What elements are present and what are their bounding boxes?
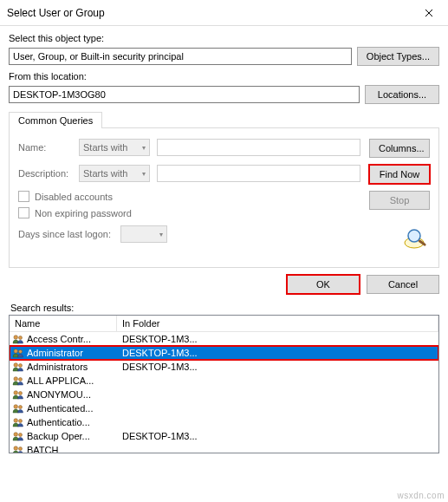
svg-point-12 <box>19 392 23 395</box>
svg-point-7 <box>14 363 18 368</box>
checkbox-icon <box>18 191 29 202</box>
group-icon <box>11 361 25 373</box>
svg-point-17 <box>14 433 18 437</box>
object-type-field[interactable] <box>9 48 352 65</box>
results-row[interactable]: ALL APPLICA... <box>10 374 438 388</box>
days-since-logon-label: Days since last logon: <box>18 229 114 239</box>
chevron-down-icon: ▾ <box>142 144 146 152</box>
cancel-button[interactable]: Cancel <box>367 275 439 294</box>
object-types-button[interactable]: Object Types... <box>357 47 439 66</box>
group-icon <box>11 444 25 453</box>
results-row[interactable]: Access Contr...DESKTOP-1M3... <box>10 332 438 346</box>
row-name: Access Contr... <box>27 334 119 344</box>
locations-button[interactable]: Locations... <box>365 85 439 104</box>
stop-button: Stop <box>369 191 430 210</box>
svg-point-1 <box>408 230 420 242</box>
location-field[interactable] <box>9 86 360 103</box>
svg-point-4 <box>19 336 23 340</box>
chevron-down-icon: ▾ <box>159 231 163 238</box>
description-input <box>157 165 360 182</box>
non-expiring-checkbox: Non expiring password <box>18 207 360 218</box>
row-name: ALL APPLICA... <box>27 375 119 386</box>
query-tabs: Common Queries Name: Starts with ▾ Descr… <box>9 111 439 268</box>
svg-point-8 <box>19 364 23 368</box>
row-name: Authenticatio... <box>27 417 119 427</box>
checkbox-icon <box>18 207 29 218</box>
svg-point-14 <box>19 406 23 409</box>
svg-point-15 <box>14 419 18 423</box>
group-icon <box>11 388 25 401</box>
ok-button[interactable]: OK <box>287 275 360 294</box>
name-label: Name: <box>18 142 72 153</box>
row-folder: DESKTOP-1M3... <box>119 362 438 372</box>
close-button[interactable] <box>410 0 448 26</box>
group-icon <box>11 333 25 345</box>
find-now-button[interactable]: Find Now <box>369 165 430 184</box>
results-row[interactable]: ANONYMOU... <box>10 388 438 401</box>
svg-point-5 <box>14 349 18 354</box>
non-expiring-label: Non expiring password <box>35 208 132 218</box>
object-type-label: Select this object type: <box>9 33 439 43</box>
row-name: BATCH <box>27 445 119 453</box>
titlebar: Select User or Group <box>0 0 448 26</box>
dialog-content: Select this object type: Object Types...… <box>0 26 448 459</box>
days-since-logon-select: ▾ <box>120 225 167 243</box>
svg-point-9 <box>14 377 18 381</box>
chevron-down-icon: ▾ <box>142 170 146 178</box>
svg-point-19 <box>14 447 18 451</box>
results-header[interactable]: Name In Folder <box>10 316 438 332</box>
search-results-label: Search results: <box>10 303 439 313</box>
description-mode-select: Starts with ▾ <box>79 165 150 182</box>
svg-point-11 <box>14 391 18 395</box>
svg-point-16 <box>19 420 23 423</box>
svg-point-20 <box>19 447 23 451</box>
row-name: Authenticated... <box>27 403 119 414</box>
name-input <box>157 139 360 156</box>
results-row[interactable]: AdministratorsDESKTOP-1M3... <box>10 360 438 374</box>
svg-point-3 <box>14 336 18 340</box>
description-label: Description: <box>18 168 72 179</box>
row-name: Administrators <box>27 362 119 372</box>
search-graphic-icon <box>402 225 430 251</box>
name-mode-value: Starts with <box>83 142 127 153</box>
group-icon <box>11 347 25 359</box>
column-name[interactable]: Name <box>10 316 117 331</box>
results-row[interactable]: AdministratorDESKTOP-1M3... <box>10 346 438 360</box>
svg-point-6 <box>19 350 23 354</box>
results-row[interactable]: Authenticatio... <box>10 415 438 429</box>
svg-point-18 <box>19 434 23 437</box>
row-folder: DESKTOP-1M3... <box>119 348 438 358</box>
location-label: From this location: <box>9 71 439 81</box>
group-icon <box>11 402 25 414</box>
watermark: wsxdn.com <box>397 491 445 500</box>
disabled-accounts-label: Disabled accounts <box>35 192 113 202</box>
row-name: Administrator <box>27 348 119 358</box>
group-icon <box>11 430 25 442</box>
svg-point-13 <box>14 405 18 409</box>
group-icon <box>11 416 25 428</box>
results-row[interactable]: Backup Oper...DESKTOP-1M3... <box>10 429 438 443</box>
results-row[interactable]: Authenticated... <box>10 401 438 415</box>
column-in-folder[interactable]: In Folder <box>117 316 438 331</box>
row-folder: DESKTOP-1M3... <box>119 431 438 441</box>
query-panel: Name: Starts with ▾ Description: Starts … <box>9 127 439 268</box>
row-name: Backup Oper... <box>27 431 119 441</box>
row-folder: DESKTOP-1M3... <box>119 334 438 344</box>
svg-point-10 <box>19 378 23 381</box>
window-title: Select User or Group <box>7 7 410 19</box>
description-mode-value: Starts with <box>83 168 127 179</box>
close-icon <box>425 9 433 17</box>
row-name: ANONYMOU... <box>27 389 119 400</box>
results-list[interactable]: Name In Folder Access Contr...DESKTOP-1M… <box>9 315 439 453</box>
results-row[interactable]: BATCH <box>10 443 438 453</box>
tab-common-queries[interactable]: Common Queries <box>9 112 102 128</box>
group-icon <box>11 375 25 387</box>
name-mode-select: Starts with ▾ <box>79 139 150 156</box>
columns-button[interactable]: Columns... <box>369 139 430 158</box>
disabled-accounts-checkbox: Disabled accounts <box>18 191 360 202</box>
